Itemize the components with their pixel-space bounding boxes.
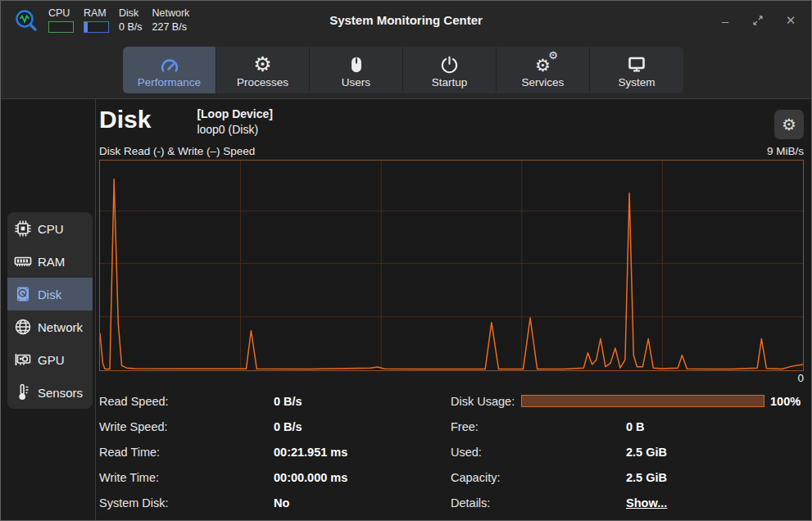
stat-label: Free: <box>451 420 626 433</box>
tab-processes[interactable]: ⚙ Processes <box>216 47 310 93</box>
stat-row-capacity: Capacity: 2.5 GiB <box>451 464 804 490</box>
stat-label: Used: <box>451 446 626 459</box>
stat-row-system-disk: System Disk: No <box>99 490 451 515</box>
tab-services[interactable]: ⚙ ⚙ Services <box>497 47 590 93</box>
stat-value: 00:21.951 ms <box>274 446 347 459</box>
tab-performance[interactable]: Performance <box>123 47 216 93</box>
ram-indicator: RAM <box>84 8 109 33</box>
ram-usage-bar <box>84 21 109 33</box>
gear-icon: ⚙ <box>782 115 796 134</box>
sidebar-item-ram[interactable]: RAM <box>7 245 93 278</box>
device-info: [Loop Device] loop0 (Disk) <box>197 106 273 138</box>
sidebar-item-ram-label: RAM <box>38 255 65 269</box>
stat-label: Read Time: <box>99 446 274 459</box>
panel-header: Disk [Loop Device] loop0 (Disk) ⚙ <box>99 106 804 138</box>
sidebar-item-cpu-label: CPU <box>38 222 64 236</box>
sidebar: CPU RAM <box>1 99 96 520</box>
network-indicator-value: 227 B/s <box>152 21 190 33</box>
stat-value: No <box>274 496 289 510</box>
network-indicator: Network 227 B/s <box>152 8 190 33</box>
cpu-usage-bar <box>48 21 74 33</box>
window-controls: – ✕ <box>714 11 801 30</box>
stat-row-used: Used: 2.5 GiB <box>451 439 804 464</box>
stat-label: System Disk: <box>99 496 274 510</box>
disk-usage-bar <box>521 395 764 407</box>
sidebar-item-network[interactable]: Network <box>7 310 93 343</box>
tab-system[interactable]: System <box>590 47 683 93</box>
restore-button[interactable] <box>747 11 769 30</box>
app-logo-icon <box>14 8 39 33</box>
restore-icon <box>753 16 763 25</box>
close-button[interactable]: ✕ <box>780 11 801 30</box>
chart-max-label: 9 MiB/s <box>767 145 804 157</box>
stat-label: Read Speed: <box>99 395 274 408</box>
mouse-icon <box>347 52 365 75</box>
stat-row-disk-usage: Disk Usage: 100% <box>451 388 804 414</box>
minimize-icon: – <box>722 14 728 28</box>
sidebar-item-sensors[interactable]: Sensors <box>7 376 93 409</box>
tab-users[interactable]: Users <box>310 47 403 93</box>
sidebar-item-network-label: Network <box>38 320 83 334</box>
stat-row-free: Free: 0 B <box>451 414 804 439</box>
gauge-icon <box>160 52 179 75</box>
page-title: Disk <box>99 106 151 134</box>
globe-icon <box>14 318 32 336</box>
stat-value: 00:00.000 ms <box>274 471 347 484</box>
tab-startup-label: Startup <box>432 76 468 88</box>
cpu-indicator: CPU <box>48 8 74 33</box>
tab-users-label: Users <box>342 76 370 88</box>
hard-drive-icon <box>14 285 32 303</box>
power-icon <box>440 52 459 75</box>
gear-icon: ⚙ <box>253 52 271 75</box>
device-name: loop0 (Disk) <box>197 122 273 138</box>
network-indicator-label: Network <box>152 8 190 19</box>
stat-label: Write Time: <box>99 471 274 484</box>
stat-value: 0 B <box>626 420 645 433</box>
sidebar-item-disk-label: Disk <box>38 288 61 301</box>
disk-indicator-label: Disk <box>119 8 143 19</box>
cpu-indicator-label: CPU <box>48 8 74 19</box>
stat-label: Write Speed: <box>99 420 274 433</box>
chart-header: Disk Read (-) & Write (–) Speed 9 MiB/s <box>99 145 804 157</box>
sidebar-nav: CPU RAM <box>7 212 93 409</box>
minimize-button[interactable]: – <box>714 11 736 30</box>
stat-row-details: Details: Show... <box>451 490 804 515</box>
stats-left-column: Read Speed: 0 B/s Write Speed: 0 B/s Rea… <box>99 388 451 515</box>
app-body: CPU RAM <box>1 99 811 520</box>
app-window: CPU RAM Disk 0 B/s Network 227 B/s Syste… <box>0 0 812 521</box>
ram-usage-fill <box>84 22 88 32</box>
stat-value: 0 B/s <box>274 395 302 408</box>
tab-bar: Performance ⚙ Processes Users <box>123 47 683 93</box>
stat-value: 2.5 GiB <box>626 471 667 484</box>
stats-right-column: Disk Usage: 100% Free: 0 B Used: 2.5 GiB <box>451 388 804 515</box>
details-show-link[interactable]: Show... <box>626 496 667 510</box>
stat-row-read-speed: Read Speed: 0 B/s <box>99 388 451 414</box>
disk-panel: Disk [Loop Device] loop0 (Disk) ⚙ Disk R… <box>96 99 811 520</box>
tab-services-label: Services <box>522 76 565 88</box>
ram-module-icon <box>14 252 32 270</box>
thermometer-icon <box>14 383 32 401</box>
stat-value: 0 B/s <box>274 420 302 433</box>
sidebar-item-disk[interactable]: Disk <box>7 278 93 310</box>
sidebar-item-gpu[interactable]: GPU <box>7 343 93 376</box>
sidebar-item-cpu[interactable]: CPU <box>7 212 93 245</box>
tab-processes-label: Processes <box>237 76 288 88</box>
top-status-bar: CPU RAM Disk 0 B/s Network 227 B/s Syste… <box>1 1 811 40</box>
tab-system-label: System <box>618 76 655 88</box>
sidebar-item-sensors-label: Sensors <box>38 386 83 400</box>
tab-performance-label: Performance <box>138 76 201 88</box>
settings-button[interactable]: ⚙ <box>774 110 804 139</box>
cpu-chip-icon <box>14 220 32 238</box>
tab-startup[interactable]: Startup <box>403 47 497 93</box>
stats-area: Read Speed: 0 B/s Write Speed: 0 B/s Rea… <box>99 388 804 515</box>
header: CPU RAM Disk 0 B/s Network 227 B/s Syste… <box>1 1 811 99</box>
stat-label: Details: <box>451 496 626 510</box>
stat-row-write-speed: Write Speed: 0 B/s <box>99 414 451 439</box>
disk-speed-chart-svg <box>100 161 803 370</box>
ram-indicator-label: RAM <box>84 8 109 19</box>
chart-min-label: 0 <box>99 372 804 384</box>
close-icon: ✕ <box>786 13 796 28</box>
stat-row-write-time: Write Time: 00:00.000 ms <box>99 464 451 490</box>
stat-value: 2.5 GiB <box>626 446 667 459</box>
disk-speed-line <box>100 179 803 369</box>
